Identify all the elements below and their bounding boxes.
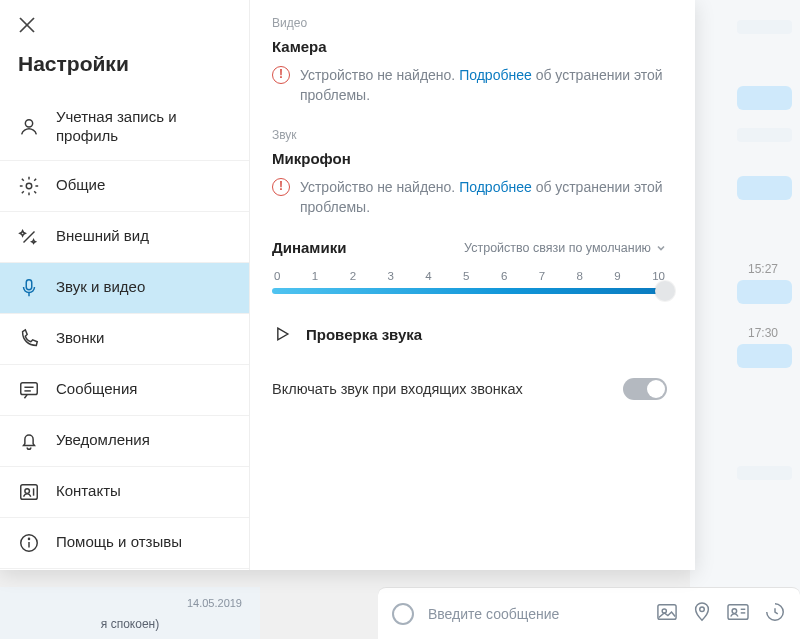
sidebar-item-account[interactable]: Учетная запись и профиль [0, 94, 249, 161]
camera-warning: ! Устройство не найдено. Подробнее об ус… [272, 65, 667, 106]
svg-rect-0 [658, 605, 676, 620]
microphone-warning: ! Устройство не найдено. Подробнее об ус… [272, 177, 667, 218]
warning-icon: ! [272, 178, 290, 196]
contacts-icon [18, 481, 40, 503]
wand-icon [18, 226, 40, 248]
warning-icon: ! [272, 66, 290, 84]
sidebar-item-appearance[interactable]: Внешний вид [0, 212, 249, 263]
camera-title: Камера [272, 38, 667, 55]
photo-icon[interactable] [656, 602, 678, 625]
composer-placeholder[interactable]: Введите сообщение [428, 606, 642, 622]
sidebar-item-label: Звонки [56, 329, 104, 348]
settings-modal: Настройки Учетная запись и профиль Общие… [0, 0, 695, 570]
person-icon [18, 116, 40, 138]
chat-preview-row[interactable]: я спокоен) 14.05.2019 [0, 587, 260, 639]
bell-icon [18, 430, 40, 452]
svg-point-9 [25, 119, 32, 126]
sidebar-item-messages[interactable]: Сообщения [0, 365, 249, 416]
svg-rect-11 [26, 279, 32, 289]
sidebar-item-label: Помощь и отзывы [56, 533, 182, 552]
sidebar-item-label: Учетная запись и профиль [56, 108, 231, 146]
svg-marker-22 [278, 328, 288, 340]
chat-timestamp: 17:30 [748, 326, 778, 340]
tick: 6 [501, 270, 507, 282]
chat-preview-date: 14.05.2019 [187, 597, 242, 609]
svg-rect-13 [21, 382, 38, 394]
svg-point-17 [25, 488, 30, 493]
volume-slider[interactable]: 0 1 2 3 4 5 6 7 8 9 10 [272, 270, 667, 294]
message-composer[interactable]: Введите сообщение [378, 587, 800, 639]
microphone-icon [18, 277, 40, 299]
sidebar-item-help[interactable]: Помощь и отзывы [0, 518, 249, 569]
warning-text: Устройство не найдено. [300, 67, 455, 83]
contact-card-icon[interactable] [726, 602, 750, 625]
test-audio-button[interactable]: Проверка звука [272, 324, 667, 344]
chat-icon [18, 379, 40, 401]
emoji-icon[interactable] [392, 603, 414, 625]
sidebar-item-notifications[interactable]: Уведомления [0, 416, 249, 467]
sidebar-item-label: Контакты [56, 482, 121, 501]
warning-text: Устройство не найдено. [300, 179, 455, 195]
tick: 2 [350, 270, 356, 282]
svg-point-21 [28, 538, 29, 539]
sidebar-item-label: Звук и видео [56, 278, 145, 297]
test-audio-label: Проверка звука [306, 326, 422, 343]
tick: 8 [577, 270, 583, 282]
tick: 4 [425, 270, 431, 282]
sidebar-item-label: Сообщения [56, 380, 137, 399]
sidebar-item-label: Внешний вид [56, 227, 149, 246]
microphone-title: Микрофон [272, 150, 667, 167]
svg-rect-3 [728, 605, 748, 620]
learn-more-link[interactable]: Подробнее [459, 67, 532, 83]
audio-section-label: Звук [272, 128, 667, 142]
settings-content: Видео Камера ! Устройство не найдено. По… [250, 0, 695, 570]
phone-icon [18, 328, 40, 350]
chat-timestamp: 15:27 [748, 262, 778, 276]
sidebar-item-audio-video[interactable]: Звук и видео [0, 263, 249, 314]
speakers-device-dropdown[interactable]: Устройство связи по умолчанию [464, 241, 667, 255]
slider-thumb[interactable] [655, 281, 675, 301]
video-section-label: Видео [272, 16, 667, 30]
settings-title: Настройки [18, 52, 249, 76]
tick: 9 [614, 270, 620, 282]
schedule-icon[interactable] [764, 601, 786, 626]
settings-sidebar: Настройки Учетная запись и профиль Общие… [0, 0, 250, 570]
speakers-title: Динамики [272, 239, 346, 256]
slider-ticks: 0 1 2 3 4 5 6 7 8 9 10 [272, 270, 667, 288]
toggle-knob [647, 380, 665, 398]
svg-point-4 [732, 609, 737, 614]
unmute-incoming-label: Включать звук при входящих звонках [272, 381, 523, 397]
tick: 0 [274, 270, 280, 282]
sidebar-item-calls[interactable]: Звонки [0, 314, 249, 365]
tick: 5 [463, 270, 469, 282]
chevron-down-icon [655, 242, 667, 254]
speakers-device-label: Устройство связи по умолчанию [464, 241, 651, 255]
sidebar-item-label: Общие [56, 176, 105, 195]
slider-track[interactable] [272, 288, 667, 294]
tick: 1 [312, 270, 318, 282]
chat-background: 15:27 17:30 [690, 0, 800, 639]
close-button[interactable] [18, 16, 36, 34]
gear-icon [18, 175, 40, 197]
tick: 7 [539, 270, 545, 282]
sidebar-item-contacts[interactable]: Контакты [0, 467, 249, 518]
tick: 3 [387, 270, 393, 282]
sidebar-item-general[interactable]: Общие [0, 161, 249, 212]
info-icon [18, 532, 40, 554]
sidebar-item-label: Уведомления [56, 431, 150, 450]
svg-point-2 [700, 607, 705, 612]
svg-point-10 [26, 183, 32, 189]
unmute-incoming-toggle[interactable] [623, 378, 667, 400]
chat-preview-text: я спокоен) [101, 617, 159, 631]
play-icon [272, 324, 292, 344]
location-icon[interactable] [692, 601, 712, 626]
learn-more-link[interactable]: Подробнее [459, 179, 532, 195]
